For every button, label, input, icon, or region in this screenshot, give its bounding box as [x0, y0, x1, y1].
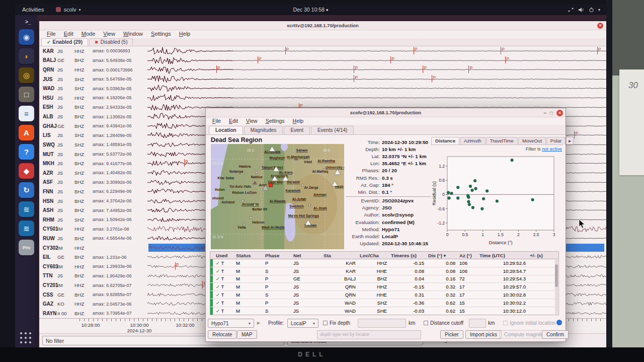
tab-enabled[interactable]: ✔Enabled (29) [41, 38, 88, 46]
p-pick-flag[interactable]: P [432, 75, 436, 83]
import-picks-button[interactable]: Import picks [465, 330, 502, 339]
depth-type-input[interactable]: depth type set by locator [317, 330, 421, 339]
p-pick-flag[interactable]: P [597, 47, 601, 54]
seismic-app-icon[interactable]: ≋ [19, 201, 34, 217]
fix-depth-input[interactable] [358, 319, 406, 328]
tab-events-4-14-[interactable]: Events (4/14) [311, 126, 354, 134]
ignore-initial-checkbox[interactable]: Ignore initial location [503, 320, 555, 326]
profile-select[interactable]: LocalP▾ [287, 319, 318, 328]
locator-select[interactable]: Hypo71▾ [208, 319, 254, 328]
trace-row-balj[interactable]: BALJGEBHZamax: 5.64938e-05PPP [39, 56, 606, 65]
plot-tabs-overflow-arrow[interactable]: ▸ [566, 137, 574, 144]
waveform[interactable] [147, 84, 606, 93]
p-pick-flag[interactable]: P [216, 65, 220, 73]
app-grid-icon[interactable] [20, 332, 32, 344]
distance-cutoff-checkbox[interactable]: Distance cutoff [424, 320, 463, 326]
pro-sphere-icon[interactable]: Pro [19, 240, 34, 255]
diamond-app-icon[interactable]: ◆ [19, 163, 34, 179]
help-icon[interactable]: ? [19, 144, 34, 160]
column-header[interactable]: Status [234, 253, 263, 258]
trace-row-hsu[interactable]: HSUJSHHZamax: 4.18206e-05 [39, 93, 606, 103]
menu-item-settings[interactable]: Settings [147, 30, 175, 38]
trace-row-wad[interactable]: WADJSSHZamax: 5.03963e-05 [39, 84, 606, 93]
column-header[interactable]: +/- (s) [528, 253, 551, 258]
p-pick-flag[interactable]: P [505, 56, 509, 64]
menu-item-file[interactable]: File [43, 30, 59, 38]
tab-location[interactable]: Location [209, 126, 243, 134]
p-pick-flag[interactable]: P [258, 56, 262, 64]
plot-tab-polar[interactable]: Polar [546, 137, 566, 144]
arrival-row[interactable]: ✓ TMSJSQRNHHE0.310.321710:30:02.8 [210, 291, 558, 299]
updater-icon[interactable]: ↻ [19, 182, 34, 198]
fix-depth-checkbox[interactable]: Fix depth [323, 320, 350, 326]
waveform[interactable]: PPPP [147, 65, 606, 75]
column-header[interactable]: Az (°) [457, 253, 477, 258]
tab-event[interactable]: Event [284, 126, 310, 134]
column-header[interactable]: Phase [263, 253, 291, 258]
filter-link[interactable]: not active [542, 147, 562, 152]
close-button[interactable]: ✕ [556, 110, 563, 116]
arrival-row[interactable]: ✓ TMPJSKARHHZ-0.150.0810610:29:52.6 [210, 259, 558, 267]
distance-cutoff-input[interactable] [469, 319, 486, 328]
region-map[interactable]: 35 E36 E32.5 N31.5 NAl-HimalaSahamMughay… [211, 144, 344, 249]
arrival-row[interactable]: ✓ TMPGEBALJBHZ0.040.167210:29:54.3 [210, 275, 558, 283]
menu-item-view[interactable]: View [243, 117, 261, 125]
browser-icon[interactable]: ◉ [19, 29, 34, 45]
scrttv-titlebar[interactable]: scrttv@192.168.1.70/production ✕ [39, 21, 606, 30]
p-pick-flag[interactable]: P [501, 47, 505, 54]
menu-item-edit[interactable]: Edit [225, 117, 242, 125]
residual-scatter-plot[interactable]: -1.2-0.600.61.200.511.522.53Distance (°)… [431, 152, 563, 248]
p-pick-flag[interactable]: P [285, 47, 289, 54]
column-header[interactable]: Loc/Cha [358, 253, 389, 258]
waveform[interactable] [147, 93, 606, 103]
menu-item-view[interactable]: View [100, 30, 119, 38]
p-pick-flag[interactable]: P [414, 47, 418, 54]
p-pick-flag[interactable]: P [354, 65, 358, 73]
terminal-icon[interactable]: >_ [25, 19, 31, 25]
locator-settings-icon[interactable]: ➤ [256, 320, 260, 326]
tab-disabled[interactable]: ✖Disabled (5) [89, 38, 133, 46]
column-header[interactable]: Time (UTC) [477, 253, 528, 258]
menu-item-help[interactable]: Help [176, 30, 194, 38]
waveform[interactable]: PPP [147, 56, 606, 65]
waveform[interactable]: PP [147, 75, 606, 84]
p-pick-flag[interactable]: P [354, 75, 358, 83]
plot-tab-azimuth[interactable]: Azimuth [460, 137, 486, 144]
seismic-app2-icon[interactable]: ≋ [19, 221, 34, 236]
column-header[interactable]: Net [291, 253, 321, 258]
files-icon[interactable]: □ [19, 87, 34, 102]
maximize-button[interactable]: □ [550, 110, 553, 116]
table-scrollbar[interactable] [555, 260, 558, 314]
column-header[interactable]: Dis (°) ▾ [426, 253, 457, 258]
firefox-icon[interactable]: ◗ [19, 48, 34, 64]
p-pick-flag[interactable]: P [423, 65, 427, 73]
column-header[interactable]: Timeres (s) [389, 253, 426, 258]
p-pick-flag[interactable]: P [184, 159, 188, 167]
scolv-titlebar[interactable]: scolv@192.168.1.70/production – □ ✕ [206, 108, 566, 117]
trace-row-jus[interactable]: JUSJSSHZamax: 5.64769e-05PP [39, 75, 606, 84]
arrival-row[interactable]: ✓ TMPJSQRNHHZ-0.150.321710:29:57.0 [210, 283, 558, 291]
menu-item-help[interactable]: Help [289, 117, 307, 125]
close-button[interactable]: ✕ [597, 23, 603, 29]
arrival-row[interactable]: ✓ TMSJSWADSHE-0.030.621510:30:12.0 [210, 307, 558, 315]
column-header[interactable]: Sta [321, 253, 358, 258]
minimize-button[interactable]: – [543, 110, 546, 116]
p-pick-flag[interactable]: P [574, 131, 578, 138]
p-pick-flag[interactable]: P [390, 56, 394, 64]
menu-item-window[interactable]: Window [120, 30, 146, 38]
waveform[interactable]: PPPP [147, 46, 606, 56]
arrivals-table[interactable]: UsedStatusPhaseNetStaLoc/ChaTimeres (s)D… [210, 251, 559, 315]
arrival-row[interactable]: ✓ TMSJSKARHHE0.080.0810610:29:54.7 [210, 267, 558, 275]
software-store-icon[interactable]: A [19, 125, 34, 140]
comment-icon[interactable] [556, 320, 562, 326]
camera-icon[interactable]: ◎ [19, 67, 34, 83]
picker-button[interactable]: Picker [440, 330, 463, 339]
menu-item-mode[interactable]: Mode [78, 30, 99, 38]
menu-item-file[interactable]: File [209, 117, 224, 125]
trace-row-qrn[interactable]: QRNJSHHZamax: 0.000173996PPPP [39, 65, 606, 75]
plot-tab-traveltime[interactable]: TravelTime [486, 137, 518, 144]
plot-tab-distance[interactable]: Distance [431, 137, 459, 144]
writer-document-icon[interactable]: ≡ [19, 106, 34, 121]
p-pick-flag[interactable]: P [175, 262, 179, 270]
menu-item-settings[interactable]: Settings [262, 117, 288, 125]
